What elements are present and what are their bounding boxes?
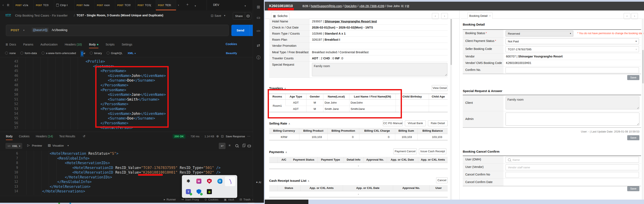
response-tab-cookies[interactable]: Cookies (19, 132, 30, 140)
share-label[interactable]: Share (233, 12, 245, 20)
body-language-select[interactable]: XML▾ (128, 52, 136, 55)
response-format-select[interactable]: </> XML ▾ (6, 143, 22, 149)
payment-cancel-button[interactable]: Payment Cancel (393, 148, 417, 154)
cancel-confirm-input-cancel-confirm-no[interactable] (506, 172, 639, 178)
body-mode-none[interactable]: none (5, 52, 16, 55)
tab-settings[interactable]: Settings (122, 41, 132, 48)
center-scrollbar[interactable] (450, 18, 452, 200)
detail-scrollbar[interactable] (642, 18, 644, 200)
wrap-text-toggle[interactable]: ↩ (219, 143, 226, 149)
network-globe-icon[interactable]: ⊕ (216, 134, 219, 138)
cash-receipt-cancel-button[interactable]: Cancel (436, 177, 448, 183)
booker-name-link[interactable]: DoeJohn (344, 4, 356, 8)
admin-answer-textarea[interactable] (506, 112, 640, 126)
partial-tab[interactable]: 0: (7, 0, 13, 10)
issue-cash-receipt-button[interactable]: Issue Cash Receipt (419, 148, 446, 154)
starburst-tray-icon[interactable]: ✱ (184, 176, 193, 186)
cancel-confirm-input-user-vendor-[interactable]: Vendor staff name (506, 164, 639, 170)
panel-prev-button[interactable]: ‹ (432, 13, 439, 19)
rate-detail-button[interactable]: Rate Detail (428, 120, 448, 126)
confirm-no-input[interactable] (506, 67, 639, 73)
clear-input-icon[interactable]: × (636, 48, 637, 51)
booking-status-select[interactable]: Reserved ▼ (506, 30, 573, 36)
history-icon[interactable]: ↺ (83, 134, 86, 138)
language-caret-icon[interactable]: ▾ (135, 52, 136, 54)
statusbar-trash[interactable]: ⊟Trash (240, 198, 250, 201)
visualize-caret-icon[interactable]: ▾ (68, 144, 69, 147)
new-tab-icon[interactable]: + (186, 2, 188, 7)
client-payment-status-select[interactable]: Not Paid ▼ (506, 38, 639, 44)
open-request-tab[interactable]: POSTTC0( (136, 0, 156, 10)
ai-assistant-icon[interactable]: ✦ AI (253, 181, 264, 184)
tab-menu-caret-icon[interactable]: ▾ (195, 4, 196, 8)
url-variable[interactable]: {{baseUrl}} (32, 28, 49, 32)
statusbar-runner[interactable]: ▸Runner (164, 198, 176, 201)
mcafee-tray-icon[interactable]: M (205, 176, 214, 186)
detail-prev-button[interactable]: ‹ (624, 13, 630, 19)
statusbar-start-proxy[interactable]: ⇝Start Proxy (181, 198, 199, 201)
panel-next-button[interactable]: › (441, 13, 448, 19)
cookies-link[interactable]: Cookies (226, 42, 237, 46)
tab-body[interactable]: Body (89, 41, 98, 48)
body-mode-binary[interactable]: binary (90, 52, 102, 55)
close-tab-icon[interactable]: × (489, 14, 491, 18)
tab-scroll-right-icon[interactable]: › (178, 3, 179, 7)
send-label[interactable]: Send (232, 25, 250, 36)
response-tab-test-results[interactable]: Test Results (59, 132, 75, 140)
windows-security-tray-icon[interactable]: ✓ (194, 187, 204, 196)
body-mode-form-data[interactable]: form-data (20, 52, 37, 55)
preview-icon[interactable]: ▷ (27, 144, 30, 147)
save-button-booking-detail[interactable]: Save (627, 75, 640, 80)
link-icon[interactable] (247, 15, 250, 17)
response-size[interactable]: 1.14 KB (204, 135, 214, 138)
spreadsheet-panel-icon[interactable]: ⊞ (253, 4, 264, 10)
response-tab-body[interactable]: Body (6, 132, 12, 140)
visualize-button[interactable]: Visualize (52, 144, 64, 147)
save-response-icon[interactable]: ⊡ (221, 134, 224, 138)
detail-next-button[interactable]: › (631, 13, 638, 19)
preview-button[interactable]: Preview (32, 144, 42, 147)
code-snippet-icon[interactable]: </> (253, 29, 264, 32)
response-status-badge[interactable]: 200 OK (173, 134, 186, 138)
save-response-button[interactable]: Save Response (226, 135, 245, 138)
feather-pen-tray-icon[interactable]: ❳ (226, 176, 235, 186)
open-request-tab[interactable]: POSTroon (95, 0, 115, 10)
statusbar-cookies[interactable]: ⊙Cookies (204, 198, 218, 201)
save-button[interactable]: ⊡Save (211, 14, 221, 18)
method-label[interactable]: POST (11, 28, 19, 32)
phone-link[interactable]: +84-28-7308-4199 (359, 4, 384, 8)
tab-docs[interactable]: ≣Docs (6, 41, 16, 48)
client-request-textarea[interactable]: Family room (506, 96, 640, 110)
view-detail-button[interactable]: View Detail (432, 85, 448, 91)
request-body-editor[interactable]: 43<Profile>44<Customer>45<PersonName>46<… (0, 57, 253, 129)
tab-authorization[interactable]: Authorization (40, 41, 58, 48)
visualize-icon[interactable]: ▨ (48, 144, 51, 147)
tab-headers[interactable]: Headers(10) (64, 41, 82, 48)
support-email-link[interactable]: hotelSupport@trip.com (311, 4, 342, 8)
open-request-tab[interactable]: POSThote (74, 0, 95, 10)
tab-booking-detail[interactable]: Booking Detail × (467, 12, 492, 19)
response-tab-headers[interactable]: Headers(14) (36, 132, 53, 140)
breadcrumb-collection[interactable]: Ctrip Booking Test Cases - Fix traveller (15, 14, 68, 17)
selling-rate-section-title[interactable]: Selling Rate∧ (269, 122, 290, 125)
save-caret-icon[interactable]: ▾ (224, 14, 225, 17)
open-request-tab[interactable]: POSTTC0! (115, 0, 136, 10)
body-mode-x-www-form-urlencoded[interactable]: x-www-form-urlencoded (42, 52, 76, 55)
virtual-bank-button[interactable]: Virtual Bank (405, 120, 426, 126)
request-swap-icon[interactable]: ⇄ (253, 43, 264, 48)
body-mode-GraphQL[interactable]: GraphQL (106, 52, 123, 55)
response-time[interactable]: 730 ms (190, 135, 200, 138)
beautify-link[interactable]: Beautify (226, 52, 237, 55)
url-path[interactable]: /v1/booking (52, 28, 67, 32)
payments-section-title[interactable]: Payments∧ (269, 150, 287, 154)
body-mode-raw[interactable]: raw (80, 52, 85, 55)
url-bar[interactable]: POST ▾ {{baseUrl}} /v1/booking (6, 25, 229, 36)
open-request-tab[interactable]: POSTTC0 (34, 0, 54, 10)
nvidia-tray-icon[interactable]: ◉ (205, 187, 214, 196)
seller-booking-code-input[interactable]: TC07-1767837595 × (506, 46, 639, 52)
special-request-textarea[interactable]: Family room (312, 63, 448, 76)
tab-params[interactable]: Params (23, 41, 33, 48)
environment-selector[interactable]: DEV ▾ (207, 0, 253, 10)
format-caret-icon[interactable]: ▾ (19, 145, 20, 147)
cancel-confirm-input-user-omh-[interactable]: Name (506, 157, 639, 163)
